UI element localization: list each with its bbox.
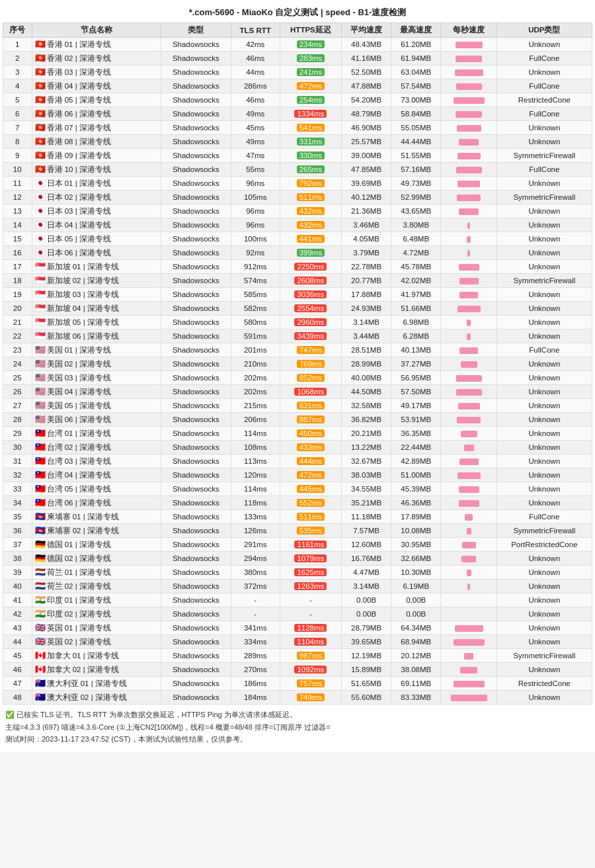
cell-max: 40.13MB xyxy=(391,343,441,357)
cell-id: 46 xyxy=(3,663,32,677)
cell-name: 🇭🇰香港 01 | 深港专线 xyxy=(32,38,161,52)
cell-udp: FullCone xyxy=(496,343,592,357)
cell-udp: Unknown xyxy=(496,413,592,427)
cell-max: 57.50MB xyxy=(391,385,441,399)
flag-icon: 🇯🇵 xyxy=(35,206,46,216)
cell-https: 450ms xyxy=(280,427,341,441)
flag-icon: 🇺🇸 xyxy=(35,414,46,424)
flag-icon: 🇹🇼 xyxy=(35,470,46,480)
cell-id: 19 xyxy=(3,288,32,302)
cell-bar xyxy=(441,593,496,607)
cell-bar xyxy=(441,357,496,371)
cell-id: 7 xyxy=(3,121,32,135)
table-row: 30🇹🇼台湾 02 | 深港专线Shadowsocks108ms433ms13.… xyxy=(3,441,592,455)
speed-bar-indicator xyxy=(459,264,479,271)
table-row: 25🇺🇸美国 03 | 深港专线Shadowsocks202ms852ms40.… xyxy=(3,371,592,385)
speed-bar-indicator xyxy=(456,389,482,396)
https-badge: 1161ms xyxy=(294,541,327,548)
flag-icon: 🇬🇧 xyxy=(35,623,46,632)
flag-icon: 🇸🇬 xyxy=(35,317,46,327)
https-badge: 1334ms xyxy=(294,110,327,118)
cell-type: Shadowsocks xyxy=(161,663,231,677)
cell-tls: 591ms xyxy=(231,329,280,343)
cell-avg: 47.85MB xyxy=(342,163,391,177)
cell-https: 2960ms xyxy=(280,316,341,329)
cell-type: Shadowsocks xyxy=(161,482,231,496)
table-row: 20🇸🇬新加坡 04 | 深港专线Shadowsocks582ms2554ms2… xyxy=(3,302,592,316)
table-row: 12🇯🇵日本 02 | 深港专线Shadowsocks105ms511ms40.… xyxy=(3,191,592,204)
flag-icon: 🇰🇭 xyxy=(35,511,46,521)
flag-icon: 🇹🇼 xyxy=(35,442,46,452)
cell-name: 🇮🇳印度 02 | 深港专线 xyxy=(32,607,161,621)
https-badge: 472ms xyxy=(297,471,325,479)
cell-tls: 44ms xyxy=(231,65,280,79)
table-row: 37🇩🇪德国 01 | 深港专线Shadowsocks291ms1161ms12… xyxy=(3,538,592,552)
cell-type: Shadowsocks xyxy=(161,177,231,191)
cell-name: 🇺🇸美国 06 | 深港专线 xyxy=(32,413,161,427)
cell-tls: 114ms xyxy=(231,482,280,496)
cell-id: 31 xyxy=(3,455,32,468)
cell-bar xyxy=(441,232,496,246)
table-row: 13🇯🇵日本 03 | 深港专线Shadowsocks96ms432ms21.3… xyxy=(3,204,592,218)
table-row: 3🇭🇰香港 03 | 深港专线Shadowsocks44ms241ms52.50… xyxy=(3,65,592,79)
flag-icon: 🇯🇵 xyxy=(35,234,46,243)
cell-tls: 202ms xyxy=(231,385,280,399)
cell-max: 56.95MB xyxy=(391,371,441,385)
cell-id: 23 xyxy=(3,343,32,357)
cell-https: 747ms xyxy=(280,343,341,357)
cell-https: 2608ms xyxy=(280,274,341,288)
cell-tls: 49ms xyxy=(231,107,280,121)
cell-avg: 47.88MB xyxy=(342,79,391,93)
flag-icon: 🇺🇸 xyxy=(35,400,46,410)
cell-type: Shadowsocks xyxy=(161,677,231,691)
cell-https: 831ms xyxy=(280,399,341,413)
cell-bar xyxy=(441,316,496,329)
cell-type: Shadowsocks xyxy=(161,468,231,482)
cell-type: Shadowsocks xyxy=(161,357,231,371)
https-badge: 432ms xyxy=(297,221,325,229)
cell-name: 🇳🇱荷兰 02 | 深港专线 xyxy=(32,580,161,593)
cell-id: 13 xyxy=(3,204,32,218)
table-row: 32🇹🇼台湾 04 | 深港专线Shadowsocks120ms472ms38.… xyxy=(3,468,592,482)
cell-type: Shadowsocks xyxy=(161,302,231,316)
cell-avg: 51.65MB xyxy=(342,677,391,691)
cell-id: 15 xyxy=(3,232,32,246)
https-badge: 887ms xyxy=(297,415,325,423)
cell-tls: 202ms xyxy=(231,371,280,385)
cell-avg: 17.88MB xyxy=(342,288,391,302)
cell-tls: 105ms xyxy=(231,191,280,204)
cell-udp: Unknown xyxy=(496,580,592,593)
cell-avg: 20.21MB xyxy=(342,427,391,441)
cell-name: 🇹🇼台湾 02 | 深港专线 xyxy=(32,441,161,455)
cell-max: 30.95MB xyxy=(391,538,441,552)
cell-bar xyxy=(441,79,496,93)
cell-id: 12 xyxy=(3,191,32,204)
cell-bar xyxy=(441,496,496,510)
cell-id: 11 xyxy=(3,177,32,191)
col-https: HTTPS延迟 xyxy=(280,23,341,38)
cell-https: 987ms xyxy=(280,649,341,663)
speed-bar-indicator xyxy=(462,542,476,548)
cell-udp: FullCone xyxy=(496,163,592,177)
speed-bar-indicator xyxy=(459,486,479,493)
table-row: 24🇺🇸美国 02 | 深港专线Shadowsocks210ms769ms28.… xyxy=(3,357,592,371)
cell-name: 🇸🇬新加坡 05 | 深港专线 xyxy=(32,316,161,329)
flag-icon: 🇬🇧 xyxy=(35,636,46,646)
flag-icon: 🇸🇬 xyxy=(35,289,46,299)
cell-https: - xyxy=(280,593,341,607)
cell-udp: Unknown xyxy=(496,232,592,246)
cell-name: 🇭🇰香港 03 | 深港专线 xyxy=(32,65,161,79)
https-badge: 234ms xyxy=(297,40,325,48)
cell-udp: Unknown xyxy=(496,329,592,343)
cell-name: 🇨🇦加拿大 02 | 深港专线 xyxy=(32,663,161,677)
cell-id: 42 xyxy=(3,607,32,621)
table-row: 35🇰🇭柬埔寨 01 | 深港专线Shadowsocks133ms511ms11… xyxy=(3,510,592,524)
speed-bar-indicator xyxy=(467,528,471,535)
cell-bar xyxy=(441,413,496,427)
https-badge: 1104ms xyxy=(294,638,327,646)
cell-max: 57.16MB xyxy=(391,163,441,177)
cell-avg: 4.05MB xyxy=(342,232,391,246)
table-row: 1🇭🇰香港 01 | 深港专线Shadowsocks42ms234ms48.43… xyxy=(3,38,592,52)
cell-tls: 286ms xyxy=(231,79,280,93)
cell-tls: 380ms xyxy=(231,566,280,580)
